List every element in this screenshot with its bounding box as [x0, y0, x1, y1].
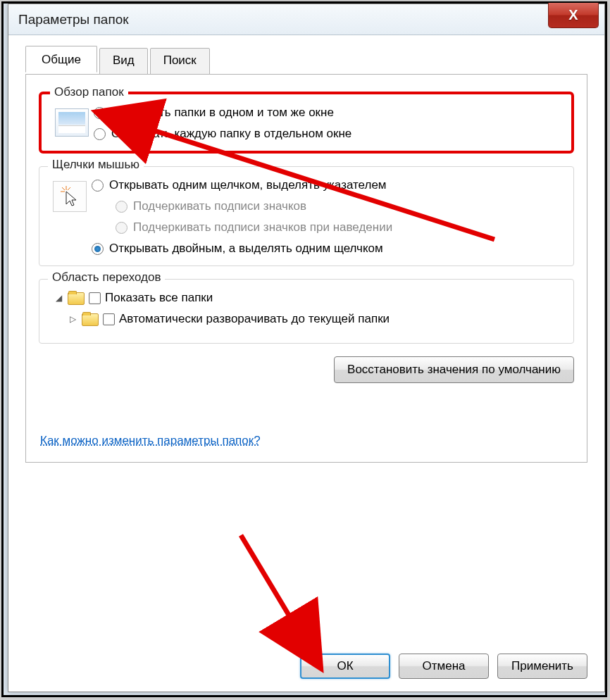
titlebar: Параметры папок X [8, 4, 604, 35]
help-link[interactable]: Как можно изменить параметры папок? [40, 434, 261, 448]
groupbox-click-title: Щелчки мышью [48, 158, 144, 172]
option-single-click[interactable]: Открывать одним щелчком, выделять указат… [92, 178, 565, 192]
checkbox-show-all[interactable] [89, 292, 101, 304]
close-button[interactable]: X [548, 3, 599, 28]
auto-expand-label: Автоматически разворачивать до текущей п… [119, 312, 390, 326]
tab-view[interactable]: Вид [99, 48, 148, 75]
ok-button[interactable]: ОК [300, 654, 390, 679]
radio-icon [116, 201, 127, 213]
option-double-click-label: Открывать двойным, а выделять одним щелч… [109, 242, 383, 256]
cancel-button[interactable]: Отмена [399, 654, 489, 679]
option-own-window-label: Открывать каждую папку в отдельном окне [111, 127, 351, 141]
radio-icon [92, 243, 104, 255]
tree-collapse-icon[interactable]: ◢ [54, 293, 63, 303]
svg-line-3 [68, 187, 70, 190]
browse-folders-icon [50, 106, 94, 137]
groupbox-click: Щелчки мышью [39, 166, 574, 266]
svg-line-5 [241, 535, 296, 627]
groupbox-navigation-title: Область переходов [48, 270, 165, 285]
option-own-window[interactable]: Открывать каждую папку в отдельном окне [94, 127, 563, 141]
tabs: Общие Вид Поиск [25, 48, 587, 75]
tab-search[interactable]: Поиск [150, 48, 210, 75]
window-title: Параметры папок [18, 12, 129, 27]
option-single-click-label: Открывать одним щелчком, выделять указат… [109, 178, 387, 192]
radio-icon [94, 128, 106, 140]
tree-row-auto-expand: ▷ Автоматически разворачивать до текущей… [68, 312, 565, 326]
option-underline-hover-label: Подчеркивать подписи значков при наведен… [133, 220, 392, 235]
apply-button[interactable]: Применить [497, 654, 587, 679]
folder-icon [82, 312, 99, 326]
close-icon: X [568, 7, 578, 23]
option-underline-all: Подчеркивать подписи значков [116, 199, 565, 213]
tab-general[interactable]: Общие [25, 46, 97, 73]
radio-icon [94, 107, 106, 119]
groupbox-browse-title: Обзор папок [50, 85, 128, 99]
checkbox-auto-expand[interactable] [103, 313, 115, 325]
svg-line-2 [62, 187, 65, 190]
dialog-buttons: ОК Отмена Применить [300, 654, 587, 679]
option-same-window[interactable]: Открывать папки в одном и том же окне [94, 106, 563, 120]
tree-expand-icon[interactable]: ▷ [68, 314, 77, 324]
option-same-window-label: Открывать папки в одном и том же окне [111, 106, 334, 120]
radio-icon [116, 222, 127, 234]
groupbox-navigation: Область переходов ◢ Показать все папки ▷ [39, 279, 574, 344]
option-underline-hover: Подчеркивать подписи значков при наведен… [116, 220, 565, 235]
option-double-click[interactable]: Открывать двойным, а выделять одним щелч… [92, 242, 565, 256]
groupbox-browse-folders: Обзор папок Открывать папки в одном и то… [39, 92, 574, 154]
tree-row-show-all: ◢ Показать все папки [54, 291, 565, 305]
restore-defaults-button[interactable]: Восстановить значения по умолчанию [334, 356, 574, 383]
tab-panel-general: Обзор папок Открывать папки в одном и то… [25, 75, 587, 463]
option-underline-all-label: Подчеркивать подписи значков [133, 199, 306, 213]
show-all-label: Показать все папки [105, 291, 213, 305]
click-icon [48, 178, 92, 212]
folder-options-dialog: Параметры папок X Общие Вид Поиск Обзор … [8, 4, 605, 692]
folder-icon [68, 291, 85, 305]
radio-icon [92, 180, 104, 192]
